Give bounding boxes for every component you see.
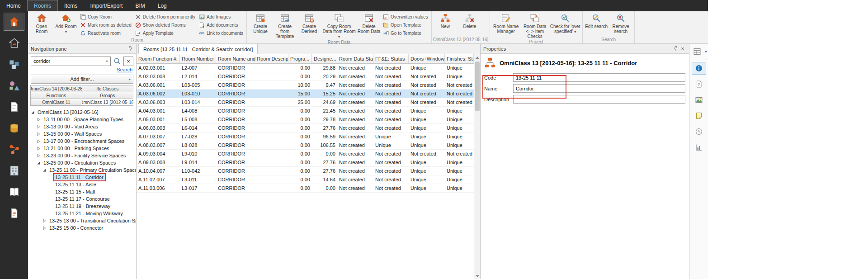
close-icon[interactable]: × xyxy=(679,45,686,52)
column-header[interactable]: Room Name and Room Description xyxy=(216,54,288,63)
tree-item[interactable]: 13-25 13 00 - Transitional Circulation S… xyxy=(28,217,136,224)
table-row[interactable]: A.02.03.001 L2-007 CORRIDOR 0.00 29.88 N… xyxy=(137,64,474,72)
classification-tab[interactable]: OmniClass 13 [2012-05-16] xyxy=(82,99,134,106)
menu-tab[interactable]: Items xyxy=(58,0,84,11)
column-header[interactable]: Room Data Stat... xyxy=(337,54,373,63)
add-images-button[interactable]: Add Images xyxy=(197,13,245,21)
room-name-manager-button[interactable]: Room Name Manager xyxy=(491,12,520,36)
column-header[interactable]: FF&E: Status xyxy=(373,54,409,63)
column-header[interactable]: Room Function #: xyxy=(137,54,180,63)
table-row[interactable]: A.09.03.008 L9-014 CORRIDOR 0.00 27.76 N… xyxy=(137,158,474,167)
tree-item[interactable]: 13-25 11 13 - Aisle xyxy=(28,181,136,188)
mark-room-deleted-button[interactable]: Mark room as deleted xyxy=(78,21,133,29)
combo-dropdown-icon[interactable]: ▾ xyxy=(104,57,110,66)
name-field[interactable] xyxy=(513,84,685,93)
add-documents-button[interactable]: Add documents xyxy=(197,21,245,29)
open-template-button[interactable]: Open Template xyxy=(381,21,430,29)
copy-room-button[interactable]: Copy Room xyxy=(78,13,133,21)
table-row[interactable]: A.11.02.007 L3-011 CORRIDOR 0.00 14.64 N… xyxy=(137,175,474,184)
table-row[interactable]: A.03.06.003 L03-014 CORRIDOR 25.00 24.69… xyxy=(137,98,474,107)
documents-module-icon[interactable] xyxy=(4,98,24,116)
menu-tab[interactable]: Log xyxy=(151,0,173,11)
table-row[interactable]: A.04.03.001 L4-008 CORRIDOR 0.00 21.45 N… xyxy=(137,107,474,115)
classification-tab[interactable]: Ifc Classes xyxy=(82,85,134,92)
menu-tab[interactable]: Import/Export xyxy=(84,0,129,11)
create-derived-button[interactable]: Create Derived xyxy=(297,12,321,36)
remove-search-button[interactable]: Remove search xyxy=(609,12,633,36)
tree-item[interactable]: 13-11 00 00 - Space Planning Types xyxy=(28,116,136,123)
table-row[interactable]: A.03.06.001 L03-005 CORRIDOR 10.00 9.47 … xyxy=(137,81,474,90)
table-row[interactable]: A.07.03.007 L7-028 CORRIDOR 0.00 96.59 N… xyxy=(137,132,474,141)
tree-item[interactable]: 13-21 00 00 - Parking Spaces xyxy=(28,145,136,152)
classification-tab[interactable]: OmniClass 11 xyxy=(30,99,82,106)
clear-search-button[interactable]: × xyxy=(123,57,133,66)
rooms-module-icon[interactable] xyxy=(4,13,24,31)
catalog-module-icon[interactable] xyxy=(4,183,24,201)
run-search-button[interactable] xyxy=(112,56,122,66)
classification-tab[interactable]: Functions xyxy=(30,92,82,99)
tree-item[interactable]: 13-25 11 00 - Primary Circulation Spaces xyxy=(28,166,136,174)
table-row[interactable]: A.03.06.002 L03-010 CORRIDOR 15.00 15.25… xyxy=(137,90,474,98)
copy-room-data-from-room-button[interactable]: Copy Room Data from Room ▾ xyxy=(321,12,357,39)
scroll-up-button[interactable] xyxy=(474,54,481,61)
room-data-item-checks-button[interactable]: Room Data <- > Item Checks xyxy=(520,12,549,39)
code-field[interactable] xyxy=(513,73,685,82)
pin-icon[interactable] xyxy=(126,45,133,52)
tree-item[interactable]: 13-25 11 21 - Moving Walkway xyxy=(28,210,136,217)
menu-tab[interactable]: Home xyxy=(0,0,27,11)
create-from-template-button[interactable]: Create from Template xyxy=(273,12,297,39)
open-rooms-icon[interactable] xyxy=(4,34,24,52)
tree-item[interactable]: 13-25 15 00 - Connector xyxy=(28,224,136,232)
table-row[interactable]: A.09.03.004 L9-010 CORRIDOR 0.00 0.00 No… xyxy=(137,150,474,158)
images-tab-icon[interactable] xyxy=(692,94,706,106)
reports-module-icon[interactable] xyxy=(4,204,24,222)
table-row[interactable]: A.08.03.007 L8-028 CORRIDOR 0.00 106.55 … xyxy=(137,141,474,150)
create-unique-button[interactable]: Create Unique xyxy=(248,12,273,36)
delete-room-permanently-button[interactable]: Delete Room permanently xyxy=(133,13,197,21)
tree-item[interactable]: 13-25 11 11 - Corridor xyxy=(28,174,136,181)
pin-icon[interactable] xyxy=(672,45,679,52)
documents-tab-icon[interactable] xyxy=(692,78,706,90)
tree-item[interactable]: 13-25 11 15 - Mall xyxy=(28,188,136,195)
column-header[interactable]: Doors+Window... xyxy=(409,54,445,63)
tree-item[interactable]: 13-25 11 19 - Breezeway xyxy=(28,203,136,210)
table-row[interactable]: A.11.03.006 L3-017 CORRIDOR 0.00 0.00 No… xyxy=(137,184,474,193)
go-to-template-button[interactable]: Go to Template xyxy=(381,29,430,37)
column-header[interactable]: Finishes: Statu xyxy=(445,54,474,63)
add-room-button[interactable]: Add Room ▾ xyxy=(54,12,78,36)
add-filter-dropdown[interactable]: Add filter... ▾ xyxy=(31,75,133,84)
items-module-icon[interactable] xyxy=(4,55,24,73)
table-row[interactable]: A.06.03.003 L6-014 CORRIDOR 0.00 27.76 N… xyxy=(137,124,474,132)
dropdown-arrow-icon[interactable]: ▾ xyxy=(705,50,707,54)
check-over-specified-button[interactable]: Check for 'over specified' ▾ xyxy=(549,12,581,36)
info-tab-icon[interactable] xyxy=(692,62,706,74)
classification-tab[interactable]: OmniClass 14 [2006-03-28] xyxy=(30,85,82,92)
search-input[interactable] xyxy=(31,57,111,66)
tree-item[interactable]: 13-23 00 00 - Facility Service Spaces xyxy=(28,152,136,159)
column-header[interactable]: Room Number xyxy=(180,54,216,63)
layout-grid-icon[interactable] xyxy=(690,46,704,57)
column-header[interactable]: Designe... xyxy=(312,54,337,63)
edit-search-button[interactable]: Edit search xyxy=(584,12,609,36)
open-room-button[interactable]: Open Room xyxy=(29,12,54,36)
description-field[interactable] xyxy=(513,95,685,104)
search-link[interactable]: Search xyxy=(117,67,132,72)
tree-item[interactable]: 13-13 00 00 - Void Areas xyxy=(28,123,136,130)
statistics-tab-icon[interactable] xyxy=(692,142,706,153)
building-module-icon[interactable] xyxy=(4,161,24,180)
systems-module-icon[interactable] xyxy=(4,76,24,95)
tree-item[interactable]: 13-15 00 00 - Wall Spaces xyxy=(28,130,136,137)
delete-room-data-button[interactable]: Delete Room Data xyxy=(357,12,381,36)
classification-tab[interactable]: Groups xyxy=(82,92,134,99)
tree-item[interactable]: 13-25 00 00 - Circulation Spaces xyxy=(28,159,136,166)
apply-template-button[interactable]: Apply Template xyxy=(133,29,197,37)
column-header[interactable]: Progra... xyxy=(288,54,312,63)
table-row[interactable]: A.10.04.007 L10-042 CORRIDOR 0.00 27.76 … xyxy=(137,167,474,175)
overwritten-values-button[interactable]: Overwritten values xyxy=(381,13,430,21)
workflow-module-icon[interactable] xyxy=(4,140,24,158)
tree-item[interactable]: OmniClass 13 [2012-05-16] xyxy=(28,109,136,116)
show-deleted-rooms-button[interactable]: Show deleted Rooms xyxy=(133,21,197,29)
menu-tab[interactable]: Rooms xyxy=(27,0,58,11)
tree-item[interactable]: 13-17 00 00 - Encroachment Spaces xyxy=(28,137,136,145)
history-tab-icon[interactable] xyxy=(692,126,706,137)
